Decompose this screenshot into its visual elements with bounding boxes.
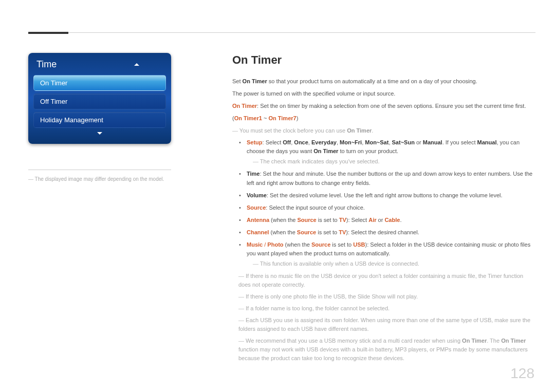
text: so that your product turns on automatica… [267,78,477,84]
text: Set [232,78,243,84]
text: is set to [330,241,353,248]
menu-item-off-timer[interactable]: Off Timer [33,94,166,109]
menu-item-holiday-management[interactable]: Holiday Management [33,112,166,128]
left-divider [28,170,171,170]
text: or [377,217,385,223]
text: . [372,127,373,134]
text: : Select the input source of your choice… [266,204,365,211]
footnotes: If there is no music file on the USB dev… [238,272,534,363]
keyword: Source [297,217,316,223]
text: We recommend that you use a USB memory s… [246,338,462,344]
option: Air [368,217,376,223]
menu-header: Time [33,58,166,75]
keyword: Time [247,171,260,177]
text: . The [487,338,501,344]
text: ) [297,115,299,121]
image-caption: The displayed image may differ depending… [28,175,171,183]
keyword: TV [339,229,346,235]
bullet-volume: Volume: Set the desired volume level. Us… [242,191,534,200]
option: Sat~Sun [392,139,415,145]
option: Everyday [311,139,337,145]
text: ~ [262,115,269,121]
keyword: On Timer [313,148,338,154]
menu-item-label: Holiday Management [40,116,103,124]
text: You must set the clock before you can us… [239,127,347,134]
text: ): Select [346,217,368,223]
keyword: On Timer [462,338,487,344]
keyword: Source [297,229,316,235]
content-column: On Timer Set On Timer so that your produ… [232,51,534,366]
text: ): Select the desired channel. [346,229,419,235]
text: : Set the desired volume level. Use the … [267,192,503,198]
bullet-antenna: Antenna (when the Source is set to TV): … [242,216,534,225]
page-divider [28,32,535,33]
text: (when the [269,229,297,235]
bullet-source: Source: Select the input source of your … [242,203,534,212]
footnote: Each USB you use is assigned its own fol… [238,316,534,333]
bullet-setup: Setup: Select Off, Once, Everyday, Mon~F… [242,138,534,166]
keyword: Source [311,241,330,248]
intro-paragraph: Set On Timer so that your product turns … [232,77,534,86]
keyword: Source [247,204,266,211]
left-column: Time On Timer Off Timer Holiday Manageme… [28,53,171,183]
text: is set to [317,217,339,223]
keyword: On Timer [501,338,526,344]
bullet-time: Time: Set the hour and minute. Use the n… [242,170,534,187]
menu-item-on-timer[interactable]: On Timer [33,75,166,91]
time-menu-panel: Time On Timer Off Timer Holiday Manageme… [28,53,171,144]
music-subnote: This function is available only when a U… [253,259,534,268]
bullet-channel: Channel (when the Source is set to TV): … [242,228,534,237]
scroll-down-icon[interactable] [97,132,102,135]
footnote: If a folder name is too long, the folder… [238,304,534,313]
option: Manual [423,139,442,145]
bullet-list: Setup: Select Off, Once, Everyday, Mon~F… [242,138,534,268]
range-paragraph: (On Timer1 ~ On Timer7) [232,114,534,123]
menu-title: Time [36,59,57,70]
text: (when the [284,241,311,248]
keyword: Channel [247,229,269,235]
text: is set to [316,229,339,235]
option: Manual [477,139,497,145]
on-timer-paragraph: On Timer: Set the on timer by making a s… [232,102,534,110]
keyword: On Timer1 [234,115,262,121]
text: . [400,217,401,223]
keyword: TV [339,217,346,223]
text: . If you select [442,139,477,145]
option: Cable [384,217,400,223]
bullet-music-photo: Music / Photo (when the Source is set to… [242,240,534,268]
keyword: On Timer7 [268,115,296,121]
keyword: Music [247,241,263,248]
keyword: Photo [267,241,283,248]
keyword: Setup [247,139,263,145]
option: Mon~Sat [365,139,388,145]
footnote: If there is only one photo file in the U… [238,292,534,301]
text: (when the [269,217,297,223]
section-heading: On Timer [232,51,534,69]
keyword: On Timer [243,78,267,84]
text: or [415,139,423,145]
text: : Select [263,139,283,145]
scroll-up-icon[interactable] [134,63,139,66]
page-number: 128 [510,365,534,382]
footnote: If there is no music file on the USB dev… [238,272,534,289]
power-paragraph: The power is turned on with the specifie… [232,89,534,98]
page-divider-accent [28,32,68,34]
keyword: Antenna [247,217,269,223]
clock-note: You must set the clock before you can us… [232,126,534,135]
menu-item-label: On Timer [40,79,67,87]
setup-subnote: The check mark indicates days you've sel… [253,157,534,166]
text: : Set the on timer by making a selection… [257,103,526,109]
text: : Set the hour and minute. Use the numbe… [247,171,532,185]
option: Off [283,139,291,145]
footnote: We recommend that you use a USB memory s… [238,337,534,363]
text: / [263,241,267,248]
option: Once [294,139,308,145]
text: to turn on your product. [338,148,398,154]
text: function may not work with USB devices w… [238,346,528,361]
keyword: On Timer [347,127,372,134]
menu-item-label: Off Timer [40,98,67,105]
keyword: On Timer [232,103,257,109]
keyword: USB [353,241,365,248]
keyword: Volume [247,192,267,198]
option: Mon~Fri [340,139,362,145]
